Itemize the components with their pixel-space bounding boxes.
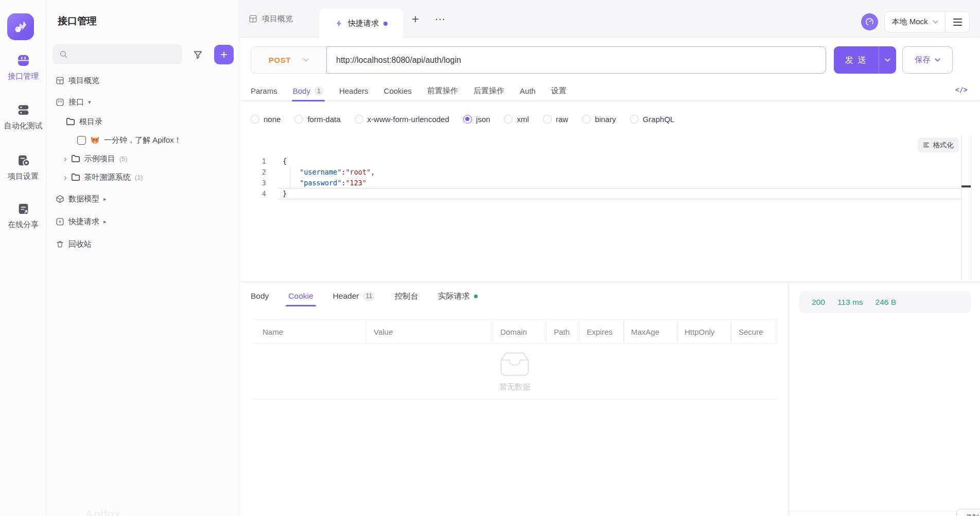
menu-button[interactable] — [946, 12, 969, 32]
send-button[interactable]: 发 送 — [834, 46, 896, 74]
performance-gauge-button[interactable] — [861, 13, 878, 30]
col-path: Path — [547, 320, 580, 343]
url-input[interactable] — [326, 46, 826, 74]
format-button[interactable]: 格式化 — [918, 137, 959, 152]
apifox-watermark: Apifox — [51, 508, 154, 516]
tab-console[interactable]: 控制台 — [394, 287, 418, 305]
tab-response-body[interactable]: Body — [251, 287, 269, 305]
tab-project-overview[interactable]: 项目概览 — [249, 0, 293, 38]
rail-item-project-settings[interactable]: 项目设置 — [0, 153, 46, 181]
col-name: Name — [252, 320, 366, 343]
more-icon: ⋯ — [435, 13, 445, 25]
code-view-toggle[interactable]: </> — [955, 85, 968, 94]
tab-quick-request[interactable]: 快捷请求 — [319, 9, 403, 38]
search-input[interactable] — [72, 50, 175, 59]
nav-rail: 接口管理 自动化测试 项目设置 — [0, 0, 46, 516]
test-stack-icon — [16, 103, 30, 117]
tab-response-header[interactable]: Header 11 — [333, 287, 375, 305]
body-type-binary[interactable]: binary — [582, 115, 616, 124]
response-size: 246 B — [876, 298, 897, 307]
send-options-button[interactable] — [879, 46, 896, 74]
radio-label: binary — [595, 115, 616, 124]
tree-label: 一分钟，了解 Apifox！ — [104, 135, 182, 145]
filter-button[interactable] — [187, 45, 208, 64]
tab-label: 快捷请求 — [348, 19, 379, 28]
fox-icon — [90, 135, 100, 145]
tab-label: Body — [293, 87, 310, 95]
response-pane-divider[interactable] — [789, 282, 789, 516]
body-type-json[interactable]: json — [463, 115, 491, 124]
status-code: 200 — [812, 298, 825, 307]
add-button[interactable]: + — [214, 45, 234, 64]
radio-icon — [251, 115, 259, 124]
tree-label: 接口 — [68, 97, 84, 107]
tree-item-recycle-bin[interactable]: 回收站 — [46, 235, 239, 253]
radio-icon — [582, 115, 591, 124]
rail-item-online-share[interactable]: 在线分享 — [0, 202, 46, 230]
body-type-options: none form-data x-www-form-urlencoded jso… — [251, 110, 674, 128]
empty-tray-icon — [500, 352, 530, 377]
body-type-none[interactable]: none — [251, 115, 281, 124]
token: } — [283, 190, 287, 198]
api-cabinet-icon — [16, 54, 30, 67]
tab-label: Cookie — [288, 291, 313, 301]
plus-icon: + — [412, 12, 419, 26]
col-expires: Expires — [580, 320, 624, 343]
response-status-bar: 200 113 ms 246 B — [799, 291, 971, 313]
tab-actual-request[interactable]: 实际请求 — [438, 287, 478, 305]
menu-icon — [953, 19, 962, 20]
folder-icon — [66, 117, 75, 126]
tab-body[interactable]: Body 1 — [293, 81, 324, 101]
tree-item-root-folder[interactable]: 根目录 — [46, 112, 239, 131]
tab-response-cookie[interactable]: Cookie — [288, 287, 313, 305]
gauge-icon — [865, 17, 874, 27]
tab-settings[interactable]: 设置 — [551, 81, 567, 101]
response-tabs: Body Cookie Header 11 控制台 实际请求 — [251, 287, 478, 305]
line-number: 1 — [239, 156, 283, 167]
tab-more-button[interactable]: ⋯ — [435, 0, 445, 38]
radio-icon — [543, 115, 552, 124]
tree-item-tea-trace-system[interactable]: › 茶叶溯源系统 (1) — [46, 168, 239, 186]
token-key: "username" — [300, 168, 341, 176]
environment-select[interactable]: 本地 Mock — [885, 12, 945, 32]
tree-item-project-overview[interactable]: 项目概览 — [46, 71, 239, 90]
new-tab-button[interactable]: + — [412, 0, 419, 38]
tree-item-doc-apifox-intro[interactable]: 一分钟，了解 Apifox！ — [46, 131, 239, 149]
save-button[interactable]: 保存 — [902, 46, 953, 74]
body-type-form-data[interactable]: form-data — [294, 115, 340, 124]
tree-item-api-section[interactable]: 接口 ▾ — [46, 93, 239, 111]
empty-text: 暂无数据 — [499, 382, 530, 392]
tab-cookies[interactable]: Cookies — [384, 81, 412, 101]
radio-label: GraphQL — [643, 115, 675, 124]
tab-label: 后置操作 — [474, 86, 504, 96]
send-label: 发 送 — [834, 46, 879, 74]
body-type-xml[interactable]: xml — [504, 115, 529, 124]
tab-headers[interactable]: Headers — [339, 81, 369, 101]
tree-item-quick-request[interactable]: 快捷请求 ▸ — [46, 212, 239, 231]
radio-label: xml — [517, 115, 529, 124]
body-type-raw[interactable]: raw — [543, 115, 568, 124]
body-type-graphql[interactable]: GraphQL — [630, 115, 675, 124]
rail-item-automated-testing[interactable]: 自动化测试 — [0, 103, 46, 131]
tab-post-ops[interactable]: 后置操作 — [474, 81, 504, 101]
folder-icon — [71, 154, 80, 163]
record-button[interactable]: 录制 — [956, 509, 980, 516]
tab-label: Auth — [520, 87, 536, 95]
body-type-urlencoded[interactable]: x-www-form-urlencoded — [355, 115, 449, 124]
method-select[interactable]: POST — [251, 46, 326, 74]
tab-auth[interactable]: Auth — [520, 81, 536, 101]
tree-item-example-project[interactable]: › 示例项目 (5) — [46, 149, 239, 168]
apifox-logo[interactable] — [7, 13, 34, 40]
chevron-down-icon — [935, 58, 940, 62]
tree-item-data-model[interactable]: 数据模型 ▸ — [46, 190, 239, 208]
json-body-editor[interactable]: 1{ 2"username":"root", 3"password":"123"… — [239, 156, 961, 199]
token-value: "123" — [345, 179, 366, 187]
rail-item-api-management[interactable]: 接口管理 — [0, 54, 46, 81]
search-box[interactable] — [52, 44, 182, 64]
tab-pre-ops[interactable]: 前置操作 — [427, 81, 458, 101]
caret-right-icon: ▸ — [103, 196, 107, 202]
rail-label: 在线分享 — [8, 220, 39, 230]
radio-label: form-data — [307, 115, 340, 124]
chevron-right-icon: › — [64, 154, 67, 163]
tab-params[interactable]: Params — [251, 81, 277, 101]
